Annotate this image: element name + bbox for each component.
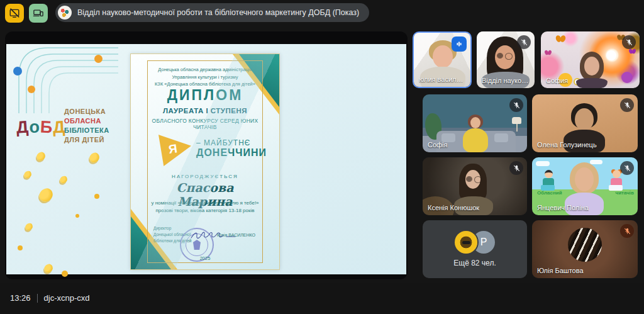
nomination-line1: у номінації «Мій рідний краю, славлю я т… bbox=[150, 200, 260, 206]
mic-off-icon bbox=[625, 38, 633, 47]
background-text: Обласний bbox=[537, 190, 562, 196]
presenting-label: Відділ науково-методичної роботи та бібл… bbox=[77, 8, 359, 17]
sunflower-avatar bbox=[455, 231, 477, 254]
participant-name: Відділ науково-... bbox=[482, 77, 531, 84]
nomination-line2: прозові твори, вікова категорія 13-18 ро… bbox=[150, 208, 260, 213]
cushion bbox=[494, 133, 508, 142]
muted-mic-indicator bbox=[517, 35, 531, 49]
mic-off-icon bbox=[623, 101, 631, 109]
presentation-stage-tile[interactable]: ДоБД ДОНЕЦЬКА ОБЛАСНА БІБЛІОТЕКА ДЛЯ ДІТ… bbox=[5, 31, 408, 279]
participant-tile-kseniya-konyushok[interactable]: Ксенія Конюшок bbox=[423, 157, 527, 215]
divider bbox=[37, 294, 38, 303]
meeting-code: djc-xcnp-cxd bbox=[44, 293, 90, 303]
reaction-dot bbox=[62, 271, 68, 277]
participant-tile-olena-holuzynets[interactable]: Олена Голузинець bbox=[532, 94, 638, 152]
reaction-dot bbox=[75, 214, 79, 218]
butterfly bbox=[556, 35, 565, 42]
muted-mic-indicator bbox=[509, 161, 523, 175]
awarded-label: НАГОРОДЖУЄТЬСЯ bbox=[150, 174, 260, 179]
top-bar: Відділ науково-методичної роботи та бібл… bbox=[0, 0, 644, 28]
flower-blob bbox=[621, 72, 633, 83]
meeting-meta: 13:26 djc-xcnp-cxd bbox=[10, 293, 90, 303]
screenshare-active-button[interactable] bbox=[29, 4, 48, 23]
participant-name: Ксенія Конюшок bbox=[428, 204, 479, 211]
decor-dot-orange bbox=[28, 86, 35, 93]
clock-time: 13:26 bbox=[10, 293, 31, 303]
presentation-paused-button[interactable] bbox=[5, 4, 24, 23]
muted-mic-indicator bbox=[620, 224, 634, 238]
diploma-certificate: Донецька обласна державна адміністрація … bbox=[130, 53, 280, 270]
cloud bbox=[590, 160, 602, 164]
cloud bbox=[536, 161, 550, 166]
diploma-title: ДИПЛОМ bbox=[150, 87, 260, 104]
stacked-avatars: P bbox=[455, 231, 495, 254]
presenting-chip[interactable]: Відділ науково-методичної роботи та бібл… bbox=[55, 3, 369, 22]
diploma-year: 2025 bbox=[150, 255, 260, 261]
participant-name: София bbox=[546, 77, 568, 84]
library-logo-mark: ДоБД bbox=[19, 104, 63, 150]
presenter-avatar bbox=[58, 6, 72, 20]
library-logo-text: ДОНЕЦЬКА ОБЛАСНА БІБЛІОТЕКА ДЛЯ ДІТЕЙ bbox=[64, 107, 109, 144]
background-text: читачів bbox=[615, 190, 634, 196]
mic-off-icon bbox=[513, 101, 521, 109]
equalizer-icon bbox=[454, 39, 464, 49]
decor-dot-orange bbox=[94, 55, 103, 63]
mic-off-icon bbox=[623, 164, 631, 172]
shared-slide: ДоБД ДОНЕЦЬКА ОБЛАСНА БІБЛІОТЕКА ДЛЯ ДІТ… bbox=[6, 44, 406, 274]
participant-tile-yantsevych-polina[interactable]: Обласний читачів Янцевич Поліна bbox=[532, 157, 638, 215]
butterfly bbox=[545, 50, 552, 55]
speaking-indicator bbox=[452, 36, 467, 52]
diploma-subtitle: ЛАУРЕАТА І СТУПЕНЯ bbox=[150, 107, 260, 115]
devices-icon bbox=[33, 8, 44, 19]
muted-mic-indicator bbox=[620, 98, 634, 112]
participant-name: Юлія Баштова bbox=[537, 267, 584, 274]
participant-name: Олена Голузинець bbox=[537, 141, 597, 149]
profile-avatar bbox=[568, 228, 602, 262]
flower-glow bbox=[606, 50, 616, 60]
signer-name: Юлія ВАСИЛЕНКО bbox=[217, 233, 255, 237]
lamp bbox=[516, 124, 518, 132]
participant-tile-yuliya-vasylenko[interactable]: юлия василенко bbox=[413, 31, 472, 88]
brand-triangle: Я bbox=[158, 133, 191, 166]
participant-name: юлия василенко bbox=[419, 76, 467, 83]
participant-tile-sofiya-ar[interactable]: София bbox=[541, 31, 640, 88]
contest-brand: Я – МАЙБУТНЄ ДОНЕЧЧИНИ bbox=[155, 133, 257, 169]
diploma-org-lines: Донецька обласна державна адміністрація … bbox=[150, 66, 260, 88]
butterfly bbox=[629, 49, 636, 54]
screen-slash-icon bbox=[9, 8, 20, 19]
participant-tile-viddil-naukovo[interactable]: Відділ науково-... bbox=[477, 31, 535, 88]
lamp bbox=[512, 117, 521, 124]
muted-mic-indicator bbox=[509, 98, 523, 112]
more-participants-label: Ещё 82 чел. bbox=[453, 259, 496, 267]
mic-off-icon bbox=[520, 38, 528, 47]
participant-tile-yuliya-bashtova[interactable]: Юлія Баштова bbox=[532, 220, 638, 278]
overflow-participants-tile[interactable]: P Ещё 82 чел. bbox=[423, 220, 527, 278]
cartoon-kid bbox=[545, 170, 553, 178]
participant-name: Софія bbox=[428, 141, 448, 149]
decor-dot-blue bbox=[13, 67, 22, 76]
muted-mic-indicator bbox=[622, 35, 636, 49]
diploma-subtitle2: ОБЛАСНОГО КОНКУРСУ СЕРЕД ЮНИХ ЧИТАЧІВ bbox=[150, 118, 260, 130]
muted-mic-indicator bbox=[620, 161, 634, 175]
reaction-dot bbox=[18, 245, 23, 250]
participant-name: Янцевич Поліна bbox=[537, 204, 589, 211]
mic-off-icon bbox=[513, 164, 521, 172]
glasses bbox=[497, 53, 503, 59]
glasses bbox=[466, 176, 472, 182]
mic-off-icon bbox=[623, 227, 631, 235]
reaction-dot bbox=[94, 194, 99, 199]
cartoon-kid bbox=[613, 170, 621, 178]
participant-tile-sofiya-room[interactable]: Софія bbox=[423, 94, 527, 152]
decor-arcs bbox=[6, 44, 119, 113]
bottom-control-bar: 13:26 djc-xcnp-cxd bbox=[0, 283, 644, 314]
